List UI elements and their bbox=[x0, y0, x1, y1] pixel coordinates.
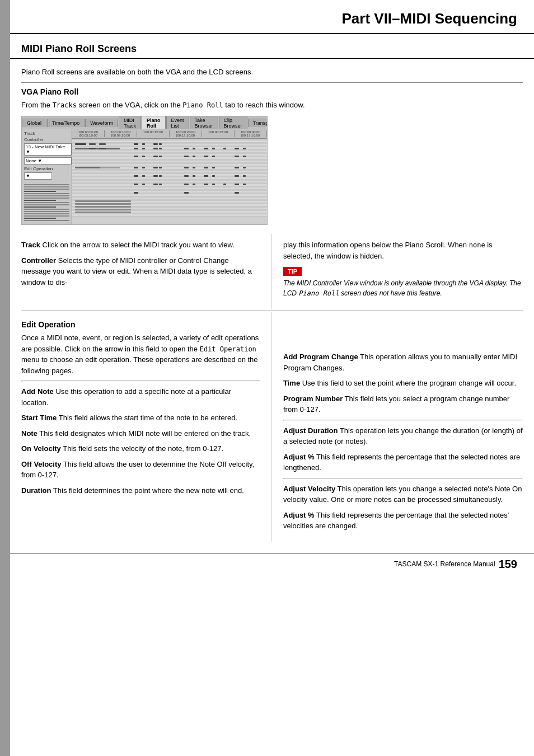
midi-note-52 bbox=[235, 175, 239, 177]
midi-note-21 bbox=[243, 148, 246, 149]
start-time-term: Start Time bbox=[21, 414, 57, 422]
midi-note-36 bbox=[153, 167, 158, 168]
midi-note-17 bbox=[204, 148, 208, 149]
controller-term: Controller bbox=[21, 256, 56, 265]
midi-note-61 bbox=[212, 184, 215, 185]
controller-description: Controller Selects the type of MIDI cont… bbox=[21, 255, 260, 288]
description-columns: Track Click on the arrow to select the M… bbox=[10, 234, 534, 309]
midi-note-34 bbox=[134, 167, 138, 168]
midi-note-69 bbox=[75, 203, 131, 205]
pr-timecode-2: 100:00:10:00|00:09:10:00 bbox=[105, 130, 137, 137]
track-term: Track bbox=[21, 241, 40, 249]
midi-note-3 bbox=[99, 143, 106, 145]
midi-note-28 bbox=[204, 156, 208, 157]
intro-section: Piano Roll screens are available on both… bbox=[10, 67, 534, 78]
midi-note-60 bbox=[204, 184, 208, 185]
piano-roll-term: Piano Roll bbox=[182, 101, 223, 109]
pr-tab-global: Global bbox=[22, 119, 46, 127]
midi-note-70 bbox=[75, 206, 131, 208]
duration-description: Duration This field determines the point… bbox=[21, 485, 260, 496]
midi-note-51 bbox=[212, 175, 215, 177]
pr-timeline: 100:00:00.00|00:05:10:00 100:00:10:00|00… bbox=[72, 129, 267, 139]
midi-note-2 bbox=[89, 143, 96, 145]
midi-note-48 bbox=[184, 175, 189, 177]
part-header: Part VII–MIDI Sequencing bbox=[10, 0, 534, 34]
note-description: Note This field designates which MIDI no… bbox=[21, 428, 260, 439]
edit-op-left-col: Edit Operation Once a MIDI note, event, … bbox=[10, 312, 272, 542]
midi-note-30 bbox=[235, 156, 239, 157]
midi-note-49 bbox=[193, 175, 195, 177]
right-description-col: play this information opens below the Pi… bbox=[272, 234, 534, 309]
pr-right-panel: 100:00:00.00|00:05:10:00 100:00:10:00|00… bbox=[72, 129, 267, 225]
midi-note-37 bbox=[159, 167, 162, 168]
off-velocity-description: Off Velocity This field allows the user … bbox=[21, 459, 260, 481]
pr-timecode-6: 100:00:30:00|00:17:10:00 bbox=[235, 130, 267, 137]
midi-note-13 bbox=[153, 148, 158, 149]
midi-note-6 bbox=[153, 143, 158, 145]
midi-note-25 bbox=[159, 156, 162, 157]
midi-note-71 bbox=[75, 209, 131, 210]
midi-note-42 bbox=[235, 167, 239, 168]
track-text: Click on the arrow to select the MIDI tr… bbox=[43, 241, 235, 249]
adjust-duration-description: Adjust Duration This operation lets you … bbox=[283, 425, 523, 447]
midi-note-63 bbox=[235, 184, 239, 185]
controller-text: Selects the type of MIDI controller or C… bbox=[21, 256, 252, 287]
left-description-col: Track Click on the arrow to select the M… bbox=[10, 234, 272, 309]
edit-op-subtitle: Edit Operation bbox=[21, 320, 260, 329]
edit-op-columns: Edit Operation Once a MIDI note, event, … bbox=[10, 312, 534, 542]
right-op-col: Add Program Change This operation allows… bbox=[272, 312, 534, 542]
pr-tab-pianoroll[interactable]: Piano Roll bbox=[142, 116, 166, 130]
add-pc-term: Add Program Change bbox=[283, 353, 358, 361]
midi-note-16 bbox=[193, 148, 195, 149]
pr-piano-lines bbox=[24, 184, 69, 221]
pr-timecode-5: 100:00:25:00 bbox=[202, 130, 235, 137]
midi-note-29 bbox=[212, 156, 215, 157]
midi-note-31 bbox=[243, 156, 246, 157]
midi-note-39 bbox=[193, 167, 195, 168]
midi-note-22 bbox=[134, 156, 138, 157]
adjust-pct-duration-description: Adjust % This field represents the perce… bbox=[283, 452, 523, 473]
section-title-block: MIDI Piano Roll Screens bbox=[10, 34, 534, 59]
pr-track-label: Track bbox=[24, 131, 69, 136]
midi-note-23 bbox=[142, 156, 145, 157]
adjust-velocity-term: Adjust Velocity bbox=[283, 485, 335, 493]
midi-note-72 bbox=[75, 212, 131, 213]
midi-note-10 bbox=[99, 148, 106, 149]
edit-op-description: Once a MIDI note, event, or region is se… bbox=[21, 332, 260, 376]
pr-tab-eventlist: Event List bbox=[166, 116, 189, 130]
pr-tab-waveform: Waveform bbox=[85, 119, 118, 127]
midi-note-27 bbox=[193, 156, 195, 157]
vga-subtitle: VGA Piano Roll bbox=[21, 87, 523, 96]
pr-track-dropdown[interactable]: 13 - New MIDI Take ▼ bbox=[24, 143, 72, 156]
midi-note-64 bbox=[243, 184, 246, 185]
on-velocity-description: On Velocity This field sets the velocity… bbox=[21, 443, 260, 454]
adjust-duration-term: Adjust Duration bbox=[283, 426, 338, 435]
midi-note-18 bbox=[212, 148, 215, 149]
pr-tab-miditrack: MIDI Track bbox=[119, 116, 141, 130]
pr-tab-clipbrowser: Clip Browser bbox=[219, 116, 247, 130]
tracks-term: Tracks bbox=[53, 101, 77, 109]
pr-controller-dropdown[interactable]: None ▼ bbox=[24, 157, 72, 165]
midi-note-41 bbox=[212, 167, 215, 168]
pr-note-grid bbox=[72, 139, 267, 217]
midi-note-15 bbox=[184, 148, 189, 149]
edit-op-term: Edit Operation bbox=[200, 345, 256, 353]
midi-note-68 bbox=[75, 200, 131, 202]
part-title: Part VII–MIDI Sequencing bbox=[341, 10, 517, 27]
off-velocity-term: Off Velocity bbox=[21, 460, 62, 468]
midi-note-46 bbox=[153, 175, 158, 177]
midi-note-38 bbox=[184, 167, 189, 168]
duration-term: Duration bbox=[21, 486, 51, 495]
midi-note-66 bbox=[184, 192, 189, 194]
start-time-description: Start Time This field allows the start t… bbox=[21, 412, 260, 424]
page-number: 159 bbox=[499, 558, 517, 571]
midi-note-5 bbox=[142, 143, 145, 145]
program-number-description: Program Number This field lets you selec… bbox=[283, 393, 523, 415]
pr-edit-op-dropdown[interactable]: ▼ bbox=[24, 172, 52, 180]
midi-note-56 bbox=[153, 184, 158, 185]
track-description: Track Click on the arrow to select the M… bbox=[21, 240, 260, 251]
midi-note-14 bbox=[159, 148, 162, 149]
pr-timecode-3: 100:00:15:00 bbox=[137, 130, 170, 137]
midi-note-4 bbox=[134, 143, 138, 145]
on-velocity-term: On Velocity bbox=[21, 444, 61, 453]
